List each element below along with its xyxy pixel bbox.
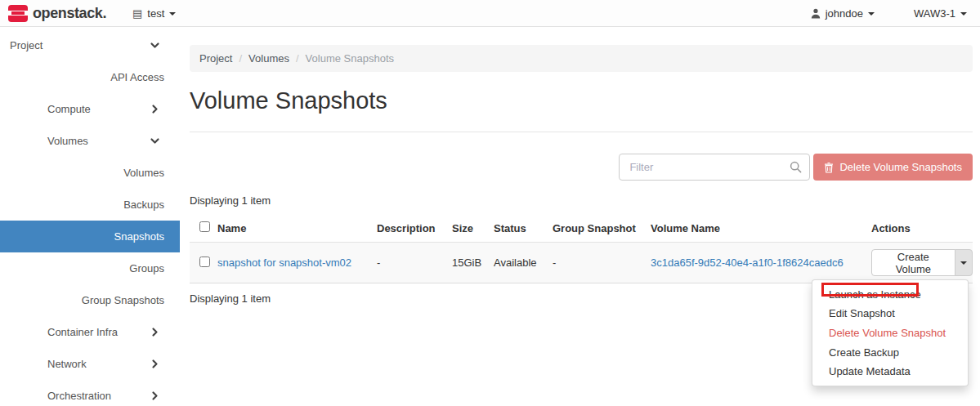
- actions-dropdown-menu: Launch as Instance Edit Snapshot Delete …: [812, 279, 969, 386]
- table-toolbar: Delete Volume Snapshots: [190, 154, 973, 181]
- brand-wordmark: openstack.: [33, 5, 106, 22]
- chevron-down-icon: [960, 12, 967, 16]
- sidebar-item-group-snapshots[interactable]: Group Snapshots: [0, 284, 180, 316]
- chevron-down-icon: [169, 12, 176, 16]
- sidebar-item-orchestration[interactable]: Orchestration: [0, 380, 180, 406]
- user-menu[interactable]: johndoe: [811, 7, 875, 20]
- snapshots-table: Name Description Size Status Group Snaps…: [190, 214, 973, 283]
- menu-item-delete-volume-snapshot[interactable]: Delete Volume Snapshot: [812, 323, 968, 343]
- column-header-size[interactable]: Size: [452, 214, 494, 243]
- column-header-name[interactable]: Name: [217, 214, 377, 243]
- create-volume-button[interactable]: Create Volume: [871, 249, 955, 276]
- divider: [190, 132, 973, 132]
- breadcrumb-separator: /: [239, 52, 242, 65]
- chevron-right-icon: [150, 359, 160, 369]
- volume-name-link[interactable]: 3c1da65f-9d52-40e4-a1f0-1f8624caedc6: [651, 257, 844, 269]
- sidebar-item-label: API Access: [110, 71, 164, 83]
- sidebar-item-label: Volumes: [123, 167, 164, 179]
- menu-item-update-metadata[interactable]: Update Metadata: [812, 362, 968, 381]
- sidebar-item-container-infra[interactable]: Container Infra: [0, 316, 180, 348]
- sidebar-item-label: Container Infra: [47, 326, 118, 338]
- region-menu[interactable]: WAW3-1: [914, 7, 967, 20]
- chevron-down-icon: [150, 40, 160, 51]
- openstack-brand[interactable]: openstack.: [8, 5, 106, 22]
- sidebar-item-groups[interactable]: Groups: [0, 252, 180, 284]
- menu-item-create-backup[interactable]: Create Backup: [812, 343, 968, 362]
- sidebar-item-compute[interactable]: Compute: [0, 93, 180, 125]
- column-header-volume-name: Volume Name: [651, 214, 871, 243]
- sidebar-item-label: Project: [10, 39, 43, 51]
- column-header-group-snapshot: Group Snapshot: [553, 214, 651, 243]
- chevron-down-icon: [150, 136, 160, 146]
- breadcrumb-volumes[interactable]: Volumes: [248, 52, 289, 65]
- page-title: Volume Snapshots: [190, 86, 973, 115]
- sidebar-item-network[interactable]: Network: [0, 348, 180, 380]
- menu-item-edit-snapshot[interactable]: Edit Snapshot: [812, 304, 968, 323]
- sidebar-item-label: Network: [47, 358, 87, 370]
- table-header-row: Name Description Size Status Group Snaps…: [190, 214, 973, 243]
- top-navbar: openstack. ▤ test johndoe WAW3-1: [0, 0, 980, 27]
- region-name: WAW3-1: [914, 7, 955, 20]
- delete-button-label: Delete Volume Snapshots: [839, 161, 962, 173]
- menu-item-launch-as-instance[interactable]: Launch as Instance: [812, 285, 968, 304]
- table-row: snapshot for snapshot-vm02 - 15GiB Avail…: [190, 243, 973, 283]
- sidebar-item-snapshots[interactable]: Snapshots: [0, 221, 180, 252]
- sidebar-item-backups[interactable]: Backups: [0, 189, 180, 221]
- chevron-right-icon: [150, 390, 160, 401]
- search-icon[interactable]: [790, 161, 802, 176]
- sidebar-item-label: Compute: [47, 103, 91, 115]
- user-icon: [811, 8, 821, 19]
- project-switcher-menu[interactable]: ▤ test: [132, 7, 176, 20]
- sidebar-item-label: Orchestration: [47, 390, 111, 402]
- project-switcher-label: test: [147, 7, 164, 20]
- cell-group-snapshot: -: [553, 243, 651, 283]
- breadcrumb-separator: /: [296, 52, 299, 65]
- trash-icon: [824, 162, 834, 173]
- main-content: Project / Volumes / Volume Snapshots Vol…: [190, 27, 973, 305]
- sidebar-item-label: Volumes: [47, 135, 88, 147]
- cell-description: -: [377, 243, 452, 283]
- chevron-right-icon: [150, 327, 160, 337]
- column-header-actions: Actions: [871, 214, 973, 243]
- actions-dropdown-toggle[interactable]: [955, 249, 973, 276]
- column-header-status[interactable]: Status: [494, 214, 553, 243]
- item-count-top: Displaying 1 item: [190, 194, 973, 207]
- snapshot-name-link[interactable]: snapshot for snapshot-vm02: [217, 257, 351, 269]
- filter-container: [619, 154, 810, 181]
- cell-status: Available: [494, 243, 553, 283]
- chevron-right-icon: [150, 104, 160, 114]
- sidebar-item-label: Groups: [129, 262, 164, 274]
- select-all-checkbox[interactable]: [199, 221, 210, 232]
- openstack-logo-icon: [8, 5, 28, 22]
- row-checkbox[interactable]: [199, 257, 210, 267]
- delete-volume-snapshots-button[interactable]: Delete Volume Snapshots: [813, 154, 973, 181]
- cell-size: 15GiB: [452, 243, 494, 283]
- sidebar-item-volumes-group[interactable]: Volumes: [0, 125, 180, 157]
- domain-icon: ▤: [132, 8, 142, 19]
- breadcrumb-project[interactable]: Project: [199, 52, 232, 65]
- chevron-down-icon: [960, 261, 967, 265]
- breadcrumb: Project / Volumes / Volume Snapshots: [190, 45, 973, 72]
- user-name: johndoe: [826, 7, 863, 20]
- row-actions: Create Volume Launch as Instance Edit Sn…: [871, 249, 973, 276]
- sidebar-item-label: Group Snapshots: [82, 294, 164, 306]
- sidebar-item-project[interactable]: Project: [0, 29, 180, 61]
- sidebar-item-api-access[interactable]: API Access: [0, 61, 180, 93]
- filter-input[interactable]: [619, 154, 810, 181]
- sidebar: Project API Access Compute Volumes Volum…: [0, 28, 180, 406]
- sidebar-item-label: Backups: [123, 199, 164, 211]
- column-header-description: Description: [377, 214, 452, 243]
- sidebar-item-label: Snapshots: [114, 230, 164, 243]
- chevron-down-icon: [868, 12, 875, 16]
- sidebar-item-volumes[interactable]: Volumes: [0, 157, 180, 189]
- breadcrumb-current: Volume Snapshots: [306, 52, 394, 65]
